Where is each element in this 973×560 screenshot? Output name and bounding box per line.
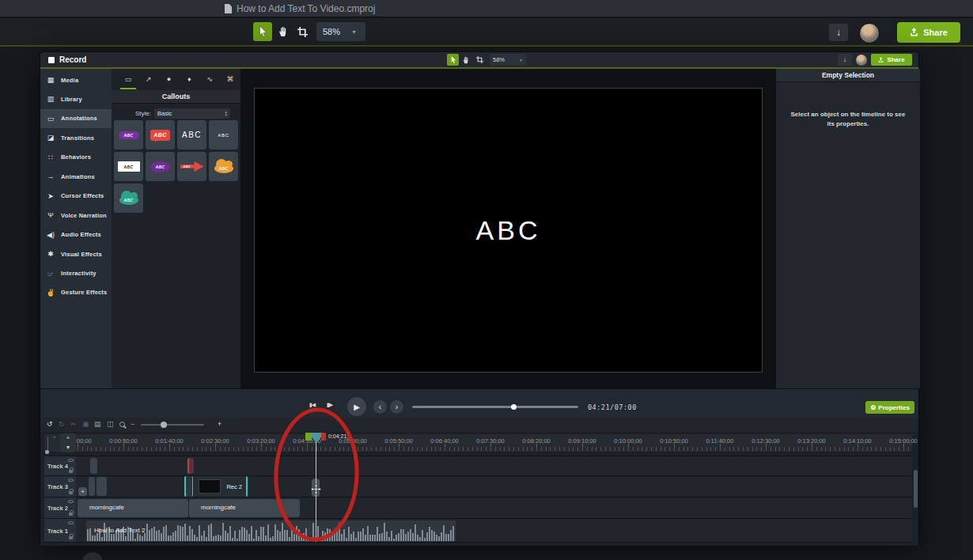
play-button[interactable]: ▶ (347, 397, 366, 416)
sidebar-item-annotations[interactable]: ▭Annotations (40, 109, 112, 128)
clip-add-badge[interactable]: + (78, 487, 87, 496)
video-canvas[interactable]: ABC (254, 88, 763, 373)
callout-tile-cloud-orange[interactable]: ABC (209, 152, 238, 181)
avatar[interactable] (859, 23, 880, 44)
timeline-ruler[interactable]: 0:00:00;000:00:50;000:01:40;000:02:30;00… (44, 434, 912, 452)
dock-bump (82, 552, 103, 560)
callout-tile-text-small[interactable]: ABC (209, 120, 238, 149)
sidebar-item-cursor-effects[interactable]: ➤Cursor Effects (40, 187, 112, 206)
tab-sketch-motion[interactable]: ∿ (199, 69, 220, 89)
eye-icon[interactable] (68, 500, 74, 503)
animations-icon: → (40, 172, 61, 180)
track-options-chevron[interactable]: ▾ (60, 443, 76, 452)
clip-small-1[interactable] (90, 458, 97, 474)
lock-icon[interactable] (69, 470, 73, 473)
tab-keystroke[interactable]: ⌘ (220, 69, 240, 89)
ruler-label: 0:01:40;00 (155, 437, 183, 445)
timeline-zoom-in-button[interactable]: + (218, 420, 221, 428)
sidebar-item-animations[interactable]: →Animations (40, 167, 112, 186)
eye-icon[interactable] (68, 479, 74, 482)
inner-pan-tool-button[interactable] (460, 54, 472, 66)
next-clip-button[interactable]: › (390, 400, 403, 414)
track-row-4: Track 4 (44, 456, 912, 475)
hand-icon (278, 26, 289, 37)
callout-tile-text-large[interactable]: ABC (177, 120, 206, 149)
sidebar-item-interactivity[interactable]: ☞Interactivity (40, 264, 112, 283)
ruler-minor-ticks (78, 447, 912, 451)
sidebar-item-voice-narration[interactable]: ΨVoice Narration (40, 206, 112, 225)
lock-icon[interactable] (69, 491, 73, 494)
undo-button[interactable]: ↺ (47, 420, 53, 428)
record-button[interactable]: Record (48, 52, 86, 67)
split-button[interactable]: ◫ (107, 420, 114, 428)
playhead-in-handle[interactable] (305, 433, 312, 441)
track-header-4: Track 4 (44, 456, 76, 475)
eye-icon[interactable] (68, 459, 74, 462)
sidebar-item-audio-effects[interactable]: ◀)Audio Effects (40, 225, 112, 244)
clip-small-3[interactable] (97, 477, 107, 496)
lock-icon[interactable] (69, 513, 73, 516)
callout-tile-bubble-purple[interactable]: ABC (146, 152, 175, 181)
media-icon: ▦ (40, 76, 61, 84)
callout-tile-arrow-red[interactable]: ABC (177, 152, 206, 181)
playhead-out-handle[interactable] (321, 433, 326, 441)
inner-crop-tool-button[interactable] (474, 54, 486, 66)
share-button[interactable]: Share (897, 22, 960, 43)
tab-blur-highlight[interactable]: ♦ (179, 69, 199, 89)
previous-clip-button[interactable]: ‹ (373, 400, 387, 414)
zoom-dropdown[interactable]: 58% ▼ (316, 22, 365, 41)
inner-export-button[interactable]: ↓ (838, 54, 852, 66)
cut-button[interactable]: ✂ (70, 420, 77, 428)
sidebar-item-media[interactable]: ▦Media (40, 70, 112, 89)
crop-tool-button[interactable] (293, 22, 312, 41)
clip-morningcafe-2[interactable]: morningcafe (189, 499, 300, 517)
style-dropdown[interactable]: Basic ▴▾ (154, 108, 230, 119)
inner-avatar[interactable] (856, 55, 867, 66)
sidebar-item-behaviors[interactable]: ∷Behaviors (40, 148, 112, 167)
copy-button[interactable]: ▣ (82, 420, 89, 428)
scrubber-track[interactable] (412, 406, 578, 408)
clip-rec2[interactable]: Rec 2 (194, 476, 248, 497)
add-track-button[interactable]: + ▾ (60, 433, 76, 452)
previous-frame-button[interactable]: ▮◀ (309, 402, 315, 408)
inner-select-tool-button[interactable] (447, 54, 459, 66)
properties-button[interactable]: ⚙ Properties (865, 401, 914, 414)
tab-callouts[interactable]: ▭ (118, 69, 138, 89)
clip-morningcafe-1[interactable]: morningcafe (78, 499, 188, 517)
lock-icon[interactable] (69, 536, 73, 539)
paste-button[interactable]: ▤ (94, 420, 101, 428)
callout-tile-cloud-teal[interactable]: ABC (114, 184, 143, 213)
select-tool-button[interactable] (253, 22, 272, 41)
redo-button[interactable]: ↻ (59, 420, 65, 428)
clip-rec2-head[interactable] (184, 476, 193, 497)
timeline-zoom-slider[interactable] (141, 424, 204, 426)
add-track-plus[interactable]: + (60, 433, 76, 443)
canvas-text-element[interactable]: ABC (476, 215, 541, 246)
sidebar-item-label: Audio Effects (61, 231, 101, 238)
track-height-handle[interactable] (45, 450, 49, 454)
inner-zoom-dropdown[interactable]: 58% ▼ (490, 54, 526, 66)
scrubber-handle[interactable] (511, 404, 517, 410)
inner-share-button[interactable]: Share (871, 54, 912, 66)
callout-tile-rectangle-white[interactable]: ABC (114, 152, 143, 181)
tab-arrows-lines[interactable]: ↗ (138, 69, 159, 89)
timeline-scrollbar[interactable] (914, 470, 918, 508)
next-frame-button[interactable]: ▮▶ (327, 402, 332, 408)
clip-small-red[interactable] (187, 458, 194, 474)
callout-tile-speech-red[interactable]: ABC (146, 120, 175, 149)
clip-small-2[interactable] (89, 477, 95, 496)
clip-narration-audio[interactable]: How to Add Text 2 (86, 520, 456, 542)
pan-tool-button[interactable] (274, 22, 293, 41)
sidebar-item-library[interactable]: ▥Library (40, 89, 112, 108)
timeline-zoom-out-button[interactable]: − (131, 420, 134, 428)
dropdown-arrow-icon: ▼ (351, 29, 357, 35)
sidebar-item-gesture-effects[interactable]: ✌Gesture Effects (40, 283, 112, 302)
eye-icon[interactable] (68, 521, 74, 524)
sidebar-item-visual-effects[interactable]: ✱Visual Effects (40, 244, 112, 263)
properties-panel: Empty Selection Select an object on the … (776, 69, 920, 388)
callout-tile-rounded-purple[interactable]: ABC (114, 120, 143, 149)
tab-shapes[interactable]: ● (159, 69, 180, 89)
timeline-zoom-handle[interactable] (161, 422, 167, 428)
export-download-button[interactable]: ↓ (829, 24, 848, 41)
sidebar-item-transitions[interactable]: ◪Transitions (40, 128, 112, 147)
